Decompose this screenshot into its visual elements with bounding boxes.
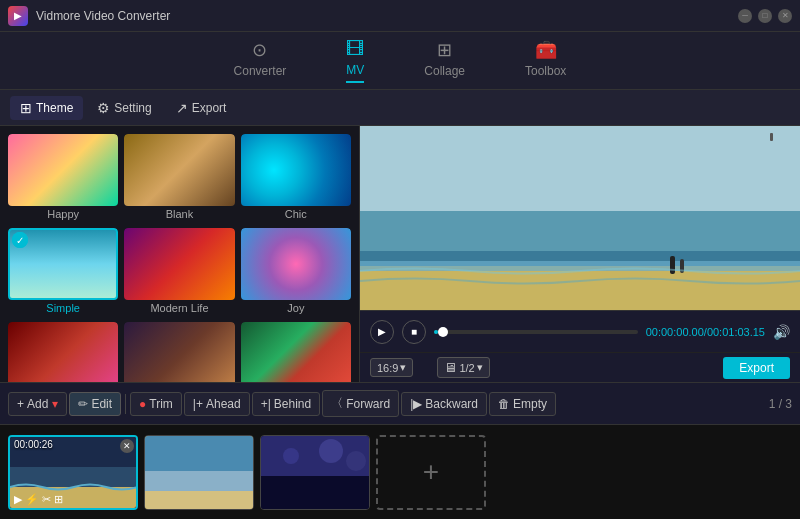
- stop-button[interactable]: ■: [402, 320, 426, 344]
- export-toolbar-button[interactable]: ↗ Export: [166, 96, 237, 120]
- backward-icon: |▶: [410, 397, 422, 411]
- tab-converter[interactable]: ⊙ Converter: [234, 39, 287, 82]
- theme-label: Theme: [36, 101, 73, 115]
- setting-label: Setting: [114, 101, 151, 115]
- video-controls: ▶ ■ 00:00:00.00/00:01:03.15 🔊: [360, 310, 800, 352]
- empty-label: Empty: [513, 397, 547, 411]
- maximize-button[interactable]: □: [758, 9, 772, 23]
- clip1-close-button[interactable]: ✕: [120, 439, 134, 453]
- page-count: 1 / 3: [769, 397, 792, 411]
- add-clip-icon: +: [423, 456, 439, 488]
- trash-icon: 🗑: [498, 397, 510, 411]
- quality-label: 1/2: [459, 362, 474, 374]
- main-content: Happy Blank Chic ✓ Simple Modern Lif: [0, 126, 800, 382]
- behind-button[interactable]: +| Behind: [252, 392, 321, 416]
- theme-fashion[interactable]: Fashion: [124, 322, 234, 382]
- trim-label: Trim: [149, 397, 173, 411]
- tab-converter-label: Converter: [234, 64, 287, 78]
- clip1-play-icon[interactable]: ▶: [14, 493, 22, 506]
- monitor-icon: 🖥: [444, 360, 457, 375]
- theme-chic[interactable]: Chic: [241, 134, 351, 222]
- selected-checkmark: ✓: [12, 232, 28, 248]
- ahead-button[interactable]: |+ Ahead: [184, 392, 250, 416]
- svg-rect-13: [145, 471, 254, 491]
- setting-icon: ⚙: [97, 100, 110, 116]
- clip1-more-icon[interactable]: ⊞: [54, 493, 63, 506]
- app-logo: ▶: [8, 6, 28, 26]
- clip1-time: 00:00:26: [14, 439, 53, 450]
- behind-label: Behind: [274, 397, 311, 411]
- tab-mv[interactable]: 🎞 MV: [346, 39, 364, 83]
- clip1-trim-icon[interactable]: ✂: [42, 493, 51, 506]
- timeline: 00:00:26 ✕ ▶ ⚡ ✂ ⊞ +: [0, 424, 800, 519]
- theme-button[interactable]: ⊞ Theme: [10, 96, 83, 120]
- aspect-ratio-button[interactable]: 16:9 ▾: [370, 358, 413, 377]
- progress-bar[interactable]: [434, 330, 638, 334]
- empty-button[interactable]: 🗑 Empty: [489, 392, 556, 416]
- edit-label: Edit: [91, 397, 112, 411]
- forward-label: Forward: [346, 397, 390, 411]
- theme-leisure[interactable]: Leisure: [241, 322, 351, 382]
- ahead-label: Ahead: [206, 397, 241, 411]
- progress-dot: [438, 327, 448, 337]
- volume-icon[interactable]: 🔊: [773, 324, 790, 340]
- theme-simple[interactable]: ✓ Simple: [8, 228, 118, 316]
- theme-blank-label: Blank: [124, 206, 234, 222]
- export-label: Export: [192, 101, 227, 115]
- controls-row2: 16:9 ▾ 🖥 1/2 ▾ Export: [360, 352, 800, 382]
- svg-point-19: [319, 439, 343, 463]
- timeline-clip-2[interactable]: [144, 435, 254, 510]
- backward-label: Backward: [425, 397, 478, 411]
- aspect-ratio-label: 16:9: [377, 362, 398, 374]
- svg-rect-14: [145, 491, 254, 510]
- add-button[interactable]: + Add ▾: [8, 392, 67, 416]
- trim-button[interactable]: ● Trim: [130, 392, 182, 416]
- setting-button[interactable]: ⚙ Setting: [87, 96, 161, 120]
- minimize-button[interactable]: ─: [738, 9, 752, 23]
- tab-collage[interactable]: ⊞ Collage: [424, 39, 465, 82]
- svg-point-18: [283, 448, 299, 464]
- forward-button[interactable]: 〈 Forward: [322, 390, 399, 417]
- theme-joy-label: Joy: [241, 300, 351, 316]
- themes-grid: Happy Blank Chic ✓ Simple Modern Lif: [8, 134, 351, 382]
- timeline-clip-3[interactable]: [260, 435, 370, 510]
- theme-modernlife-label: Modern Life: [124, 300, 234, 316]
- theme-modernlife[interactable]: Modern Life: [124, 228, 234, 316]
- tab-collage-label: Collage: [424, 64, 465, 78]
- nav-tabs: ⊙ Converter 🎞 MV ⊞ Collage 🧰 Toolbox: [0, 32, 800, 90]
- ahead-icon: |+: [193, 397, 203, 411]
- theme-romantic[interactable]: Romantic: [8, 322, 118, 382]
- theme-icon: ⊞: [20, 100, 32, 116]
- svg-rect-12: [145, 436, 254, 471]
- add-dropdown-icon: ▾: [52, 397, 58, 411]
- add-icon: +: [17, 397, 24, 411]
- clip1-controls: ▶ ⚡ ✂ ⊞: [14, 493, 63, 506]
- tab-toolbox-label: Toolbox: [525, 64, 566, 78]
- edit-button[interactable]: ✏ Edit: [69, 392, 121, 416]
- edit-icon: ✏: [78, 397, 88, 411]
- export-button[interactable]: Export: [723, 357, 790, 379]
- quality-button[interactable]: 🖥 1/2 ▾: [437, 357, 489, 378]
- theme-blank[interactable]: Blank: [124, 134, 234, 222]
- add-clip-button[interactable]: +: [376, 435, 486, 510]
- clip3-thumbnail: [261, 436, 370, 510]
- close-button[interactable]: ✕: [778, 9, 792, 23]
- main-toolbar: ⊞ Theme ⚙ Setting ↗ Export: [0, 90, 800, 126]
- theme-happy[interactable]: Happy: [8, 134, 118, 222]
- window-controls: ─ □ ✕: [738, 9, 792, 23]
- title-bar: ▶ Vidmore Video Converter ─ □ ✕: [0, 0, 800, 32]
- play-button[interactable]: ▶: [370, 320, 394, 344]
- timeline-clip-1[interactable]: 00:00:26 ✕ ▶ ⚡ ✂ ⊞: [8, 435, 138, 510]
- clip1-transition-icon[interactable]: ⚡: [25, 493, 39, 506]
- app-title: Vidmore Video Converter: [36, 9, 738, 23]
- clip2-thumbnail: [145, 436, 254, 510]
- tab-toolbox[interactable]: 🧰 Toolbox: [525, 39, 566, 82]
- theme-chic-label: Chic: [241, 206, 351, 222]
- theme-joy[interactable]: Joy: [241, 228, 351, 316]
- video-panel: ▶ ■ 00:00:00.00/00:01:03.15 🔊 16:9 ▾ 🖥 1…: [360, 126, 800, 382]
- separator-1: [125, 394, 126, 414]
- svg-rect-5: [670, 256, 675, 274]
- theme-happy-label: Happy: [8, 206, 118, 222]
- backward-button[interactable]: |▶ Backward: [401, 392, 487, 416]
- tab-mv-label: MV: [346, 63, 364, 77]
